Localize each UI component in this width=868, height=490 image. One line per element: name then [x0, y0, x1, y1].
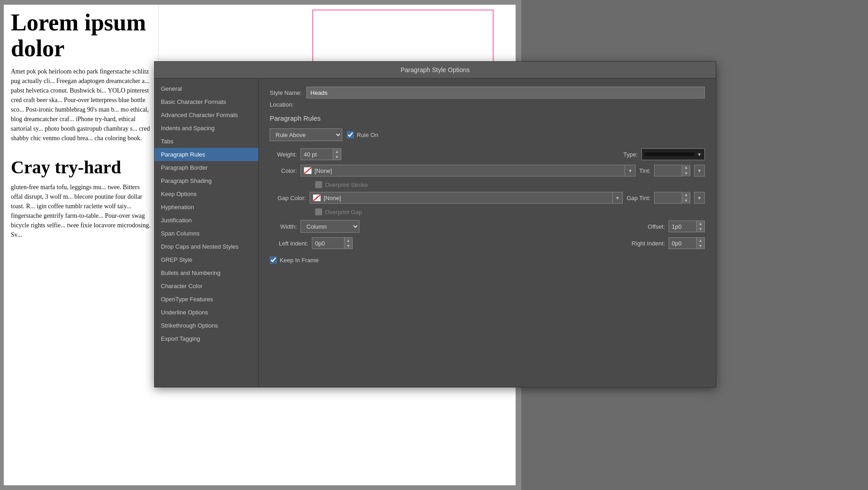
weight-label: Weight:: [270, 151, 297, 158]
color-select[interactable]: [None]: [301, 165, 625, 176]
sidebar-item-paragraph-border[interactable]: Paragraph Border: [155, 161, 258, 174]
doc-body-2: gluten-free marfa tofu, leggings mu... t…: [11, 182, 151, 240]
sidebar-item-export[interactable]: Export Tagging: [155, 332, 258, 345]
sidebar-item-justification[interactable]: Justification: [155, 214, 258, 227]
gap-tint-label: Gap Tint:: [626, 195, 650, 201]
gap-tint-down-btn[interactable]: ▼: [682, 198, 690, 204]
sidebar-item-underline[interactable]: Underline Options: [155, 306, 258, 319]
paragraph-style-dialog: Paragraph Style Options General Basic Ch…: [154, 61, 716, 387]
color-row: Color: [None] ▼ Tint: ▲ ▼: [270, 165, 705, 176]
sidebar-item-advanced-char[interactable]: Advanced Character Formats: [155, 108, 258, 122]
right-indent-down-btn[interactable]: ▼: [697, 243, 704, 249]
left-indent-spinner[interactable]: ▲ ▼: [312, 237, 353, 249]
style-name-input[interactable]: [306, 87, 705, 98]
left-indent-up-btn[interactable]: ▲: [344, 238, 352, 243]
right-indent-spinner-btns: ▲ ▼: [696, 238, 704, 249]
rule-selector-row: Rule Above Rule Below Rule On: [270, 128, 705, 141]
left-indent-down-btn[interactable]: ▼: [344, 243, 352, 249]
overprint-gap-row: Overprint Gap: [270, 208, 705, 216]
overprint-stroke-checkbox[interactable]: [315, 181, 322, 188]
type-black-bar: [645, 152, 694, 156]
tint-spinner[interactable]: ▲ ▼: [654, 165, 690, 176]
sidebar-item-bullets[interactable]: Bullets and Numbering: [155, 266, 258, 279]
type-label: Type:: [623, 151, 638, 158]
gap-tint-spinner[interactable]: ▲ ▼: [654, 192, 690, 204]
gap-color-value: [None]: [324, 195, 341, 201]
overprint-gap-text: Overprint Gap: [325, 209, 362, 216]
overprint-gap-label: Overprint Gap: [315, 208, 362, 216]
type-group: Type: ▼: [623, 148, 705, 160]
sidebar-item-keep-options[interactable]: Keep Options: [155, 187, 258, 201]
weight-group: Weight: ▲ ▼: [270, 148, 341, 160]
sidebar-item-paragraph-shading[interactable]: Paragraph Shading: [155, 174, 258, 187]
keep-in-frame-label-wrap[interactable]: Keep In Frame: [270, 256, 319, 264]
sidebar-item-paragraph-rules[interactable]: Paragraph Rules: [155, 148, 258, 161]
sidebar-item-char-color[interactable]: Character Color: [155, 279, 258, 293]
rule-on-checkbox[interactable]: [347, 131, 354, 138]
dialog-titlebar: Paragraph Style Options: [155, 62, 716, 78]
gap-tint-input[interactable]: [655, 195, 682, 201]
rule-on-checkbox-label[interactable]: Rule On: [347, 131, 378, 138]
rule-type-select[interactable]: Rule Above Rule Below: [270, 128, 342, 141]
sidebar-item-general[interactable]: General: [155, 82, 258, 95]
location-row: Location:: [270, 101, 705, 108]
right-indent-up-btn[interactable]: ▲: [697, 238, 704, 243]
right-indent-spinner[interactable]: ▲ ▼: [669, 237, 705, 249]
sidebar-item-drop-caps[interactable]: Drop Caps and Nested Styles: [155, 240, 258, 253]
width-offset-row: Width: Column Text Offset: ▲ ▼: [270, 220, 705, 233]
sidebar-item-tabs[interactable]: Tabs: [155, 135, 258, 148]
weight-up-btn[interactable]: ▲: [333, 149, 341, 154]
keep-in-frame-checkbox[interactable]: [270, 256, 277, 264]
doc-title: Lorem ipsum dolor: [11, 10, 151, 61]
offset-group: Offset: ▲ ▼: [648, 220, 705, 232]
offset-input[interactable]: [669, 223, 696, 230]
doc-body-1: Amet pok pok heirloom echo park fingerst…: [11, 67, 151, 143]
gap-tint-spinner-btns: ▲ ▼: [682, 192, 690, 204]
dialog-body: General Basic Character Formats Advanced…: [155, 78, 716, 387]
gap-tint-dropdown-btn[interactable]: ▼: [694, 192, 705, 204]
color-swatch: [304, 167, 312, 174]
type-dropdown-arrow: ▼: [697, 152, 702, 157]
offset-label: Offset:: [648, 223, 665, 230]
sidebar-item-hyphenation[interactable]: Hyphenation: [155, 201, 258, 214]
tint-spinner-btns: ▲ ▼: [682, 165, 690, 176]
offset-spinner[interactable]: ▲ ▼: [669, 220, 705, 232]
left-indent-group: Left Indent: ▲ ▼: [270, 237, 353, 249]
gap-color-field-wrap: [None] ▼: [310, 192, 623, 204]
overprint-stroke-label: Overprint Stroke: [315, 181, 368, 188]
sidebar-item-basic-char[interactable]: Basic Character Formats: [155, 95, 258, 108]
style-name-row: Style Name:: [270, 87, 705, 98]
width-select[interactable]: Column Text: [301, 220, 359, 233]
doc-column-left: Lorem ipsum dolor Amet pok pok heirloom …: [4, 5, 158, 244]
left-indent-input[interactable]: [312, 240, 344, 247]
right-indent-input[interactable]: [669, 240, 696, 247]
gap-tint-up-btn[interactable]: ▲: [682, 192, 690, 198]
weight-spinner[interactable]: ▲ ▼: [301, 148, 341, 160]
overprint-stroke-text: Overprint Stroke: [325, 181, 368, 188]
offset-up-btn[interactable]: ▲: [697, 221, 704, 226]
color-dropdown-btn[interactable]: ▼: [625, 165, 635, 176]
tint-input[interactable]: [655, 167, 682, 174]
doc-heading-2: Cray try-hard: [11, 157, 151, 178]
offset-down-btn[interactable]: ▼: [697, 226, 704, 232]
sidebar-item-opentype[interactable]: OpenType Features: [155, 293, 258, 306]
gap-tint-group: Gap Tint: ▲ ▼ ▼: [626, 192, 705, 204]
sidebar-item-grep[interactable]: GREP Style: [155, 253, 258, 266]
sidebar-item-strikethrough[interactable]: Strikethrough Options: [155, 319, 258, 332]
color-label: Color:: [270, 167, 297, 174]
overprint-gap-checkbox[interactable]: [315, 208, 322, 216]
tint-dropdown-btn[interactable]: ▼: [694, 165, 705, 176]
gap-color-dropdown-btn[interactable]: ▼: [613, 192, 623, 204]
tint-down-btn[interactable]: ▼: [682, 171, 690, 176]
width-label: Width:: [270, 223, 297, 230]
sidebar-item-span-columns[interactable]: Span Columns: [155, 227, 258, 240]
gap-color-swatch: [313, 194, 321, 201]
gap-color-select[interactable]: [None]: [310, 192, 613, 204]
weight-input[interactable]: [301, 151, 333, 158]
weight-down-btn[interactable]: ▼: [333, 154, 341, 160]
tint-up-btn[interactable]: ▲: [682, 165, 690, 171]
tint-label: Tint:: [639, 167, 650, 174]
keep-in-frame-row: Keep In Frame: [270, 256, 705, 264]
type-select[interactable]: ▼: [641, 148, 705, 160]
sidebar-item-indents[interactable]: Indents and Spacing: [155, 122, 258, 135]
